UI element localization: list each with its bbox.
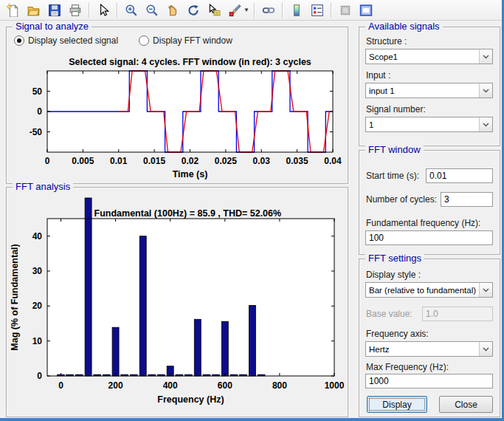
svg-text:200: 200 <box>108 380 123 391</box>
structure-select-value: Scope1 <box>366 52 479 61</box>
svg-text:0: 0 <box>37 371 42 381</box>
number-of-cycles-label: Number of cycles: <box>366 194 437 205</box>
base-value-input <box>422 307 493 321</box>
svg-text:40: 40 <box>32 231 43 242</box>
close-button[interactable]: Close <box>439 396 493 413</box>
svg-text:0.04: 0.04 <box>324 156 342 166</box>
save-figure-button[interactable] <box>45 1 64 20</box>
svg-text:-50: -50 <box>30 127 43 137</box>
fft-settings-title: FFT settings <box>365 253 424 264</box>
svg-text:20: 20 <box>32 301 43 311</box>
fft-chart: 02004006008001000010203040Frequency (Hz)… <box>7 196 347 415</box>
svg-text:Fundamental (100Hz) = 85.9 , T: Fundamental (100Hz) = 85.9 , THD= 52.06% <box>94 208 282 219</box>
frequency-axis-select[interactable]: Hertz <box>365 341 493 357</box>
fft-analysis-title: FFT analysis <box>13 181 73 192</box>
svg-text:0.01: 0.01 <box>110 156 128 166</box>
display-style-select[interactable]: Bar (relative to fundamental) <box>365 282 493 298</box>
insert-legend-button[interactable] <box>308 1 327 20</box>
number-of-cycles-input[interactable] <box>441 192 493 207</box>
radio-display-selected-signal[interactable]: Display selected signal <box>14 35 118 46</box>
data-cursor-button[interactable] <box>204 1 224 20</box>
zoom-in-button[interactable] <box>122 1 141 20</box>
svg-text:600: 600 <box>218 380 232 391</box>
chevron-down-icon <box>479 117 492 131</box>
frequency-axis-select-value: Hertz <box>366 345 479 354</box>
svg-text:800: 800 <box>272 380 287 391</box>
link-plot-button[interactable] <box>259 1 278 20</box>
available-signals-group: Available signals Structure : Scope1 Inp… <box>359 27 500 146</box>
edit-plot-icon <box>97 4 110 17</box>
window-frame-bottom <box>0 418 504 421</box>
start-time-label: Start time (s): <box>366 171 419 181</box>
fft-window-title: FFT window <box>365 144 424 155</box>
toolbar-separator <box>331 3 332 18</box>
svg-text:Frequency (Hz): Frequency (Hz) <box>157 394 224 405</box>
svg-text:0.02: 0.02 <box>182 156 199 166</box>
signal-chart: Selected signal: 4 cycles. FFT window (i… <box>7 52 347 182</box>
signal-number-select[interactable]: 1 <box>365 117 493 132</box>
dock-figure-icon <box>359 4 373 17</box>
input-select[interactable]: input 1 <box>365 83 493 98</box>
input-label: Input : <box>366 70 390 81</box>
radio-display-fft-window[interactable]: Display FFT window <box>139 35 232 46</box>
frequency-axis-label: Frequency axis: <box>366 329 429 339</box>
rotate-3d-icon <box>187 4 200 17</box>
save-figure-icon <box>48 4 61 17</box>
brush-icon <box>228 4 241 17</box>
open-file-icon <box>27 4 41 17</box>
svg-text:400: 400 <box>163 380 178 391</box>
brush-dropdown-icon[interactable]: ▼ <box>244 7 249 13</box>
powergui-fft-tool-window: ▼ <box>0 0 504 421</box>
display-style-select-value: Bar (relative to fundamental) <box>366 286 479 295</box>
pan-button[interactable] <box>163 1 182 20</box>
toolbar-separator <box>89 3 90 18</box>
chevron-down-icon <box>479 283 492 297</box>
zoom-in-icon <box>125 4 138 17</box>
display-mode-radios: Display selected signal Display FFT wind… <box>14 35 232 46</box>
pan-hand-icon <box>166 4 179 17</box>
structure-select[interactable]: Scope1 <box>365 49 493 64</box>
svg-text:10: 10 <box>32 336 43 346</box>
svg-text:Mag (% of Fundamental): Mag (% of Fundamental) <box>10 244 20 350</box>
signal-number-label: Signal number: <box>366 104 426 114</box>
print-figure-icon <box>69 4 82 17</box>
svg-text:0.025: 0.025 <box>215 156 237 166</box>
radio-label: Display selected signal <box>28 35 118 46</box>
brush-data-button[interactable] <box>225 1 244 20</box>
radio-label: Display FFT window <box>153 35 232 46</box>
fft-settings-group: FFT settings Display style : Bar (relati… <box>359 259 500 417</box>
link-plot-icon <box>262 4 275 17</box>
available-signals-title: Available signals <box>365 21 443 32</box>
dock-figure-button[interactable] <box>356 1 376 20</box>
svg-text:0: 0 <box>58 380 63 391</box>
toolbar-separator <box>254 3 255 18</box>
zoom-out-button[interactable] <box>142 1 162 20</box>
max-frequency-input[interactable] <box>365 374 493 389</box>
rotate-3d-button[interactable] <box>184 1 203 20</box>
hide-plot-tools-icon <box>339 4 352 17</box>
edit-plot-button[interactable] <box>94 1 113 20</box>
svg-text:0.035: 0.035 <box>286 156 308 166</box>
svg-text:0: 0 <box>45 156 50 166</box>
display-style-label: Display style : <box>366 270 421 280</box>
data-cursor-icon <box>207 4 221 17</box>
start-time-input[interactable] <box>426 168 493 183</box>
new-figure-button[interactable] <box>4 1 23 20</box>
open-file-button[interactable] <box>24 1 44 20</box>
display-button[interactable]: Display <box>367 396 427 413</box>
insert-colorbar-button[interactable] <box>287 1 306 20</box>
svg-text:0.03: 0.03 <box>253 156 271 166</box>
print-figure-button[interactable] <box>66 1 85 20</box>
base-value-label: Base value: <box>366 309 412 319</box>
insert-legend-icon <box>311 4 324 17</box>
svg-text:Time (s): Time (s) <box>173 169 208 179</box>
chevron-down-icon <box>479 49 492 64</box>
toolbar-separator <box>117 3 118 18</box>
svg-text:0.005: 0.005 <box>72 156 94 166</box>
signal-to-analyze-group: Signal to analyze Display selected signa… <box>6 27 348 184</box>
hide-plot-tools-button[interactable] <box>336 1 355 20</box>
toolbar-separator <box>282 3 283 18</box>
fundamental-frequency-input[interactable] <box>365 230 493 245</box>
svg-text:50: 50 <box>32 86 43 97</box>
max-frequency-label: Max Frequency (Hz): <box>366 362 449 372</box>
